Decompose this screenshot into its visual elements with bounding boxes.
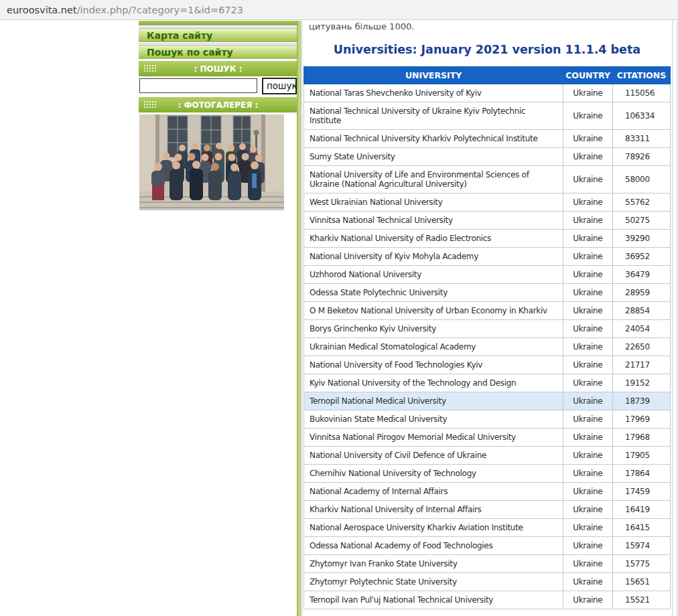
country-cell: Ukraine — [563, 537, 613, 555]
search-row: пошук — [139, 76, 297, 95]
main-content: цитувань більше 1000. Universities: Janu… — [301, 21, 673, 616]
table-row: National Academy of Internal AffairsUkra… — [304, 483, 671, 501]
university-cell: National Technical University of Ukraine… — [304, 102, 563, 130]
country-cell: Ukraine — [563, 429, 613, 447]
search-input[interactable] — [139, 78, 257, 93]
table-row: Zhytomyr Ivan Franko State UniversityUkr… — [304, 555, 671, 573]
table-row: Ternopil Ivan Pul'uj National Technical … — [304, 591, 671, 609]
citations-cell: 19152 — [613, 374, 671, 392]
university-cell: National University of Civil Defence of … — [304, 447, 563, 465]
country-cell: Ukraine — [563, 374, 613, 392]
university-cell: Vinnitsa National Technical University — [304, 212, 563, 230]
country-cell: Ukraine — [563, 555, 613, 573]
citations-cell: 22650 — [613, 338, 671, 356]
university-cell: O M Beketov National University of Urban… — [304, 302, 563, 320]
sidebar: Карта сайтуПошук по сайту : ПОШУК : пошу… — [139, 21, 297, 210]
citations-cell: 83311 — [613, 130, 671, 148]
table-row: O M Beketov National University of Urban… — [304, 302, 671, 320]
citations-cell: 15651 — [613, 573, 671, 591]
country-cell: Ukraine — [563, 248, 613, 266]
table-row: Ukrainian Medical Stomatological Academy… — [304, 338, 671, 356]
citations-cell: 39290 — [613, 230, 671, 248]
citations-cell: 115056 — [613, 84, 671, 102]
citations-cell: 21717 — [613, 356, 671, 374]
university-cell: National University of Kyiv Mohyla Acade… — [304, 248, 563, 266]
country-cell: Ukraine — [563, 284, 613, 302]
university-cell: National University of Food Technologies… — [304, 356, 563, 374]
gallery-photo — [139, 114, 284, 210]
country-cell: Ukraine — [563, 356, 613, 374]
intro-text: цитувань більше 1000. — [302, 21, 672, 31]
sidebar-main-divider — [297, 21, 301, 616]
university-cell: Ukrainian Medical Stomatological Academy — [304, 338, 563, 356]
country-cell: Ukraine — [563, 302, 613, 320]
table-row: Odessa State Polytechnic UniversityUkrai… — [304, 284, 671, 302]
citations-cell: 28959 — [613, 284, 671, 302]
table-row: National Technical University Kharkiv Po… — [304, 130, 671, 148]
table-row: Kharkiv National University of Radio Ele… — [304, 230, 671, 248]
table-row: Kyiv National University of the Technolo… — [304, 374, 671, 392]
page-title: Universities: January 2021 version 11.1.… — [302, 43, 672, 56]
citations-cell: 16419 — [613, 501, 671, 519]
country-cell: Ukraine — [563, 338, 613, 356]
url-domain: euroosvita.net — [7, 5, 77, 15]
grip-icon — [143, 64, 157, 73]
country-cell: Ukraine — [563, 573, 613, 591]
table-row: West Ukrainian National UniversityUkrain… — [304, 194, 671, 212]
table-row: Sumy State UniversityUkraine78926 — [304, 148, 671, 166]
table-row: Uzhhorod National UniversityUkraine36479 — [304, 266, 671, 284]
search-section-label: : ПОШУК : — [157, 64, 297, 74]
university-cell: Odessa National Academy of Food Technolo… — [304, 537, 563, 555]
university-cell: National University of Life and Environm… — [304, 166, 563, 194]
university-cell: Sumy State University — [304, 148, 563, 166]
university-cell: West Ukrainian National University — [304, 194, 563, 212]
browser-url-bar[interactable]: euroosvita.net/index.php/?category=1&id=… — [0, 0, 678, 20]
table-row: National University of Life and Environm… — [304, 166, 671, 194]
university-cell: Vinnitsa National Pirogov Memorial Medic… — [304, 429, 563, 447]
citations-cell: 106334 — [613, 102, 671, 130]
sidebar-menu: Карта сайтуПошук по сайту — [139, 28, 297, 59]
university-cell: Chernihiv National University of Technol… — [304, 465, 563, 483]
university-cell: National Aerospace University Kharkiv Av… — [304, 519, 563, 537]
country-cell: Ukraine — [563, 212, 613, 230]
table-row: Vinnitsa National Pirogov Memorial Medic… — [304, 429, 671, 447]
universities-table: UNIVERSITY COUNTRY CITATIONS National Ta… — [303, 66, 671, 609]
citations-cell: 17864 — [613, 465, 671, 483]
search-button[interactable]: пошук — [262, 78, 297, 94]
country-cell: Ukraine — [563, 519, 613, 537]
table-row: Vinnitsa National Technical UniversityUk… — [304, 212, 671, 230]
gallery-section-header: : ФОТОГАЛЕРЕЯ : — [139, 97, 297, 112]
country-cell: Ukraine — [563, 166, 613, 194]
gallery-section-label: : ФОТОГАЛЕРЕЯ : — [157, 100, 297, 110]
table-row: Zhytomyr Polytechnic State UniversityUkr… — [304, 573, 671, 591]
university-cell: Ternopil National Medical University — [304, 392, 563, 410]
country-cell: Ukraine — [563, 410, 613, 429]
university-cell: Odessa State Polytechnic University — [304, 284, 563, 302]
url-path: /index.php/?category=1&id=6723 — [77, 5, 243, 15]
country-cell: Ukraine — [563, 447, 613, 465]
university-cell: National Taras Shevchenko University of … — [304, 84, 563, 102]
country-cell: Ukraine — [563, 483, 613, 501]
university-cell: Zhytomyr Ivan Franko State University — [304, 555, 563, 573]
group-photo-illustration — [139, 114, 284, 210]
table-row: National University of Civil Defence of … — [304, 447, 671, 465]
country-cell: Ukraine — [563, 501, 613, 519]
table-row: National Taras Shevchenko University of … — [304, 84, 671, 102]
column-header-university: UNIVERSITY — [304, 67, 563, 84]
table-row: National Technical University of Ukraine… — [304, 102, 671, 130]
university-cell: Borys Grinchenko Kyiv University — [304, 320, 563, 338]
citations-cell: 17905 — [613, 447, 671, 465]
citations-cell: 24054 — [613, 320, 671, 338]
sidebar-item-1[interactable]: Пошук по сайту — [139, 45, 297, 59]
table-row: National University of Kyiv Mohyla Acade… — [304, 248, 671, 266]
table-row: Chernihiv National University of Technol… — [304, 465, 671, 483]
citations-cell: 15521 — [613, 591, 671, 609]
citations-cell: 28854 — [613, 302, 671, 320]
sidebar-item-0[interactable]: Карта сайту — [139, 28, 297, 42]
university-cell: Kharkiv National University of Radio Ele… — [304, 230, 563, 248]
table-row: Borys Grinchenko Kyiv UniversityUkraine2… — [304, 320, 671, 338]
table-row: National Aerospace University Kharkiv Av… — [304, 519, 671, 537]
page-right-edge — [677, 21, 677, 616]
country-cell: Ukraine — [563, 266, 613, 284]
citations-cell: 58000 — [613, 166, 671, 194]
